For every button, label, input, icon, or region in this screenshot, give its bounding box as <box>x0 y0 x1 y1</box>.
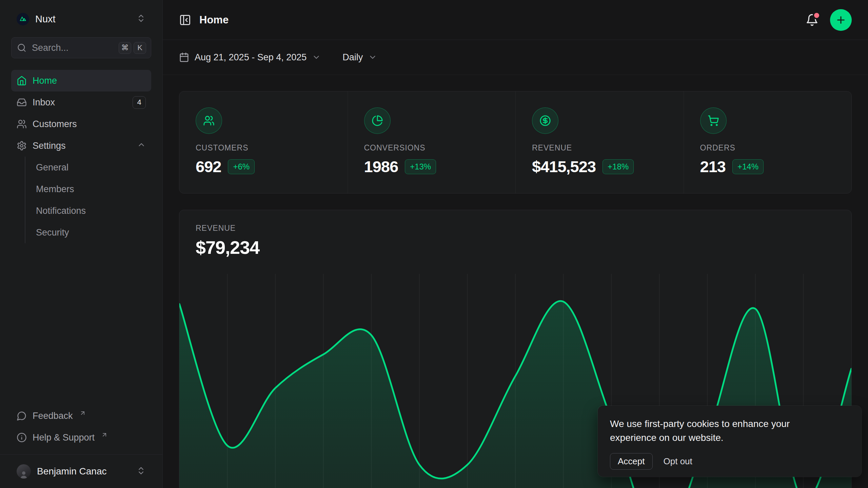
sidebar-item-customers[interactable]: Customers <box>11 113 151 135</box>
sidebar-item-notifications[interactable]: Notifications <box>25 200 151 222</box>
users-icon <box>196 107 222 134</box>
avatar <box>17 464 31 479</box>
cookie-message: We use first-party cookies to enhance yo… <box>610 417 813 445</box>
stat-label: CUSTOMERS <box>196 143 331 152</box>
search-placeholder: Search... <box>32 43 119 53</box>
date-range-picker[interactable]: Aug 21, 2025 - Sep 4, 2025 <box>179 52 321 63</box>
stat-value: 692 <box>196 157 221 176</box>
stat-orders[interactable]: ORDERS 213 +14% <box>684 92 852 193</box>
external-link-icon <box>101 430 108 441</box>
kbd-k: K <box>134 42 146 54</box>
stat-delta-badge: +13% <box>405 159 436 174</box>
sidebar-footer: Feedback Help & Support <box>0 405 162 454</box>
stats-card: CUSTOMERS 692 +6% CONVERSIONS 1986 +13% <box>179 91 852 194</box>
sidebar-item-members[interactable]: Members <box>25 178 151 200</box>
sidebar-spacer <box>0 243 162 405</box>
nuxt-logo-icon <box>17 13 29 25</box>
sidebar-item-feedback[interactable]: Feedback <box>11 405 151 427</box>
user-menu[interactable]: Benjamin Canac <box>11 455 151 488</box>
pie-chart-icon <box>364 107 391 134</box>
user-name: Benjamin Canac <box>37 466 130 477</box>
sidebar-item-label: Feedback <box>33 411 73 421</box>
revenue-chart-label: REVENUE <box>196 224 835 233</box>
kbd-meta: ⌘ <box>119 42 131 54</box>
gear-icon <box>17 141 27 151</box>
page-title: Home <box>199 14 229 26</box>
sidebar: Nuxt Search... ⌘ K Home <box>0 0 163 488</box>
sidebar-item-general[interactable]: General <box>25 157 151 178</box>
team-switcher[interactable]: Nuxt <box>11 9 151 28</box>
stat-label: ORDERS <box>700 143 835 152</box>
stat-label: REVENUE <box>532 143 667 152</box>
inbox-icon <box>17 97 27 107</box>
chevron-down-icon <box>368 53 377 62</box>
message-circle-icon <box>17 411 27 421</box>
chevrons-up-down-icon <box>136 14 146 24</box>
sidebar-item-label: Inbox <box>33 97 127 108</box>
stat-delta-badge: +6% <box>228 159 255 174</box>
circle-dollar-icon <box>532 107 558 134</box>
collapse-sidebar-button[interactable] <box>179 14 191 26</box>
chevron-down-icon <box>312 53 321 62</box>
notifications-button[interactable] <box>806 14 818 26</box>
stat-revenue[interactable]: REVENUE $415,523 +18% <box>515 92 684 193</box>
search-input[interactable]: Search... ⌘ K <box>11 37 151 58</box>
filters-toolbar: Aug 21, 2025 - Sep 4, 2025 Daily <box>163 40 868 75</box>
opt-out-button[interactable]: Opt out <box>664 453 692 469</box>
accept-cookies-button[interactable]: Accept <box>610 453 653 470</box>
sidebar-item-inbox[interactable]: Inbox 4 <box>11 92 151 113</box>
calendar-icon <box>179 52 189 62</box>
stat-conversions[interactable]: CONVERSIONS 1986 +13% <box>348 92 516 193</box>
sidebar-item-home[interactable]: Home <box>11 70 151 92</box>
sidebar-item-label: Home <box>33 76 57 86</box>
add-button[interactable] <box>830 9 852 31</box>
users-icon <box>17 119 27 129</box>
notification-dot <box>814 13 819 18</box>
inbox-count-badge: 4 <box>133 96 146 109</box>
settings-children: General Members Notifications Security <box>25 157 151 243</box>
granularity-value: Daily <box>342 52 363 63</box>
stat-value: 213 <box>700 157 726 176</box>
sidebar-item-help-support[interactable]: Help & Support <box>11 427 151 448</box>
stat-value: $415,523 <box>532 157 596 176</box>
search-icon <box>17 43 26 53</box>
page-header: Home <box>163 0 868 40</box>
sidebar-nav: Home Inbox 4 Customers <box>11 70 151 243</box>
stat-label: CONVERSIONS <box>364 143 499 152</box>
home-icon <box>17 76 27 86</box>
date-range-value: Aug 21, 2025 - Sep 4, 2025 <box>195 52 307 63</box>
chevron-up-icon <box>137 140 146 151</box>
stat-delta-badge: +14% <box>732 159 764 174</box>
brand-name: Nuxt <box>35 14 136 25</box>
chevrons-up-down-icon <box>136 466 146 477</box>
stat-delta-badge: +18% <box>603 159 634 174</box>
stat-value: 1986 <box>364 157 398 176</box>
cookie-banner: We use first-party cookies to enhance yo… <box>598 406 862 477</box>
info-circle-icon <box>17 432 27 443</box>
plus-icon <box>835 15 846 25</box>
sidebar-item-settings[interactable]: Settings <box>11 135 151 157</box>
shopping-cart-icon <box>700 107 727 134</box>
sidebar-item-label: Settings <box>33 141 131 151</box>
revenue-chart-value: $79,234 <box>196 237 835 258</box>
external-link-icon <box>79 408 86 419</box>
panel-left-close-icon <box>179 14 191 26</box>
stat-customers[interactable]: CUSTOMERS 692 +6% <box>179 92 348 193</box>
sidebar-item-label: Customers <box>33 119 77 129</box>
granularity-select[interactable]: Daily <box>342 52 377 63</box>
sidebar-item-label: Help & Support <box>33 432 95 443</box>
sidebar-item-security[interactable]: Security <box>25 222 151 243</box>
